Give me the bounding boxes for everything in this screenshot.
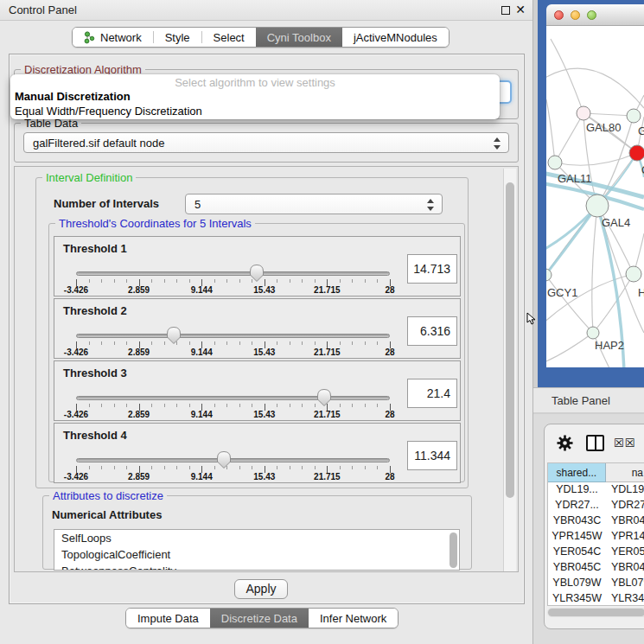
apply-button[interactable]: Apply <box>234 579 288 599</box>
table-row[interactable]: YDR27...YDR27... <box>548 498 644 513</box>
tab-network[interactable]: Network <box>73 28 153 47</box>
tab-select[interactable]: Select <box>202 28 256 47</box>
threshold-slider-track[interactable] <box>76 334 390 338</box>
tab-impute-data[interactable]: Impute Data <box>126 609 210 628</box>
gear-icon[interactable] <box>557 435 573 451</box>
cell-name[interactable]: YPR145W <box>606 529 644 545</box>
numerical-attributes-list[interactable]: SelfLoopsTopologicalCoefficientBetweenne… <box>54 529 460 571</box>
threshold-value-field[interactable]: 11.344 <box>407 441 457 470</box>
tab-jactivemnodules[interactable]: jActiveMNodules <box>342 28 449 47</box>
slider-scale-labels: -3.4262.8599.14415.4321.71528 <box>76 285 390 295</box>
network-edge[interactable] <box>546 275 593 333</box>
cell-shared-name[interactable]: YDL19... <box>548 482 606 498</box>
table-row[interactable]: YPR145WYPR145W <box>548 529 644 545</box>
network-view-window[interactable]: GAL80GCGAL11GAL4GCY1HHAP2 <box>538 0 644 387</box>
cell-shared-name[interactable]: YBR043C <box>548 513 606 529</box>
threshold-slider-track[interactable] <box>76 396 390 400</box>
select-columns-icons[interactable]: ☒☒ <box>614 437 635 450</box>
cell-shared-name[interactable]: YBR045C <box>548 560 606 576</box>
settings-scrollbar-thumb[interactable] <box>506 182 514 498</box>
mac-zoom-icon[interactable] <box>587 10 596 20</box>
cell-name[interactable]: YDR27... <box>606 498 644 513</box>
network-node-gal4[interactable] <box>586 194 609 217</box>
dropdown-placeholder-item[interactable]: Select algorithm to view settings <box>10 76 500 89</box>
table-row[interactable]: YBR043CYBR043C <box>548 513 644 529</box>
network-edge[interactable] <box>583 113 634 116</box>
split-columns-icon[interactable] <box>586 435 604 451</box>
cell-shared-name[interactable]: YPR145W <box>548 529 606 545</box>
network-edge[interactable] <box>546 68 644 108</box>
tab-infer-network[interactable]: Infer Network <box>309 609 398 628</box>
network-node-hap2[interactable] <box>587 327 599 339</box>
threshold-slider-track[interactable] <box>76 271 390 276</box>
cell-name[interactable]: YBL079W <box>606 576 644 591</box>
network-canvas[interactable]: GAL80GCGAL11GAL4GCY1HHAP2 <box>546 26 644 367</box>
tab-cyni-toolbox[interactable]: Cyni Toolbox <box>256 28 342 47</box>
table-data-combobox[interactable]: galFiltered.sif default node <box>23 132 509 153</box>
threshold-slider-thumb[interactable] <box>249 264 265 283</box>
table-hscrollbar-track[interactable] <box>547 608 644 617</box>
threshold-slider-thumb[interactable] <box>166 326 182 345</box>
threshold-value-field[interactable]: 14.713 <box>407 254 457 284</box>
column-header-shared-name[interactable]: shared... <box>548 463 606 482</box>
close-icon[interactable]: ✕ <box>515 3 526 16</box>
cell-shared-name[interactable]: YBL079W <box>548 576 606 591</box>
network-node-label: GAL4 <box>602 216 630 229</box>
dropdown-option-equal-width-frequency[interactable]: Equal Width/Frequency Discretization <box>15 105 202 118</box>
attribute-list-item[interactable]: BetweennessCentrality <box>54 563 459 571</box>
table-row[interactable]: YDL19...YDL19... <box>548 482 644 498</box>
tab-label: Select <box>214 31 245 44</box>
attribute-list-item[interactable]: TopologicalCoefficient <box>54 546 459 563</box>
network-edge[interactable] <box>551 39 583 113</box>
cell-name[interactable]: YDL19... <box>606 482 644 498</box>
cell-name[interactable]: YLR345W <box>606 591 644 606</box>
network-edge[interactable] <box>593 274 634 333</box>
cell-name[interactable]: YBR045C <box>606 560 644 576</box>
network-edge[interactable] <box>592 206 597 333</box>
dropdown-option-manual-discretization[interactable]: Manual Discretization <box>15 90 131 103</box>
cell-shared-name[interactable]: YDR27... <box>548 498 606 513</box>
combo-stepper-icon <box>427 199 435 211</box>
threshold-value-field[interactable]: 6.316 <box>407 316 457 346</box>
threshold-slider-thumb[interactable] <box>216 450 232 469</box>
settings-scrollbar-track[interactable] <box>503 169 516 571</box>
node-table[interactable]: shared... na YDL19...YDL19...YDR27...YDR… <box>547 462 644 606</box>
network-edge[interactable] <box>555 153 637 165</box>
table-row[interactable]: YER054CYER054C <box>548 545 644 560</box>
threshold-slider-thumb[interactable] <box>316 388 332 407</box>
network-edge[interactable] <box>555 113 583 163</box>
tab-label: Discretize Data <box>221 612 297 625</box>
attributes-list-scrollbar[interactable] <box>450 532 457 568</box>
cell-shared-name[interactable]: YER054C <box>548 545 606 560</box>
network-node-label: GCY1 <box>547 286 577 299</box>
network-window-titlebar[interactable] <box>546 4 644 26</box>
network-node-g[interactable] <box>627 109 641 123</box>
tab-discretize-data[interactable]: Discretize Data <box>210 609 309 628</box>
table-row[interactable]: YLR345WYLR345W <box>548 591 644 606</box>
network-edge[interactable] <box>546 333 593 363</box>
table-header-row: shared... na <box>548 463 644 482</box>
network-edge-highlighted[interactable] <box>546 206 597 275</box>
network-node-gal80[interactable] <box>577 106 590 120</box>
table-hscrollbar-thumb[interactable] <box>548 609 644 616</box>
network-node-h[interactable] <box>626 266 641 282</box>
threshold-slider-track[interactable] <box>76 458 390 462</box>
network-node-gal11[interactable] <box>548 156 562 169</box>
table-data-group: Table Data galFiltered.sif default node <box>14 123 519 163</box>
mac-minimize-icon[interactable] <box>571 10 580 20</box>
network-edge[interactable] <box>546 99 555 163</box>
number-of-intervals-combobox[interactable]: 5 <box>185 194 443 214</box>
network-node-c[interactable] <box>629 145 644 161</box>
tab-style[interactable]: Style <box>154 28 201 47</box>
column-header-name[interactable]: na <box>606 463 644 482</box>
network-node-gcy1[interactable] <box>546 269 552 281</box>
cell-name[interactable]: YBR043C <box>606 513 644 529</box>
table-row[interactable]: YBL079WYBL079W <box>548 576 644 591</box>
table-row[interactable]: YBR045CYBR045C <box>548 560 644 576</box>
float-window-icon[interactable] <box>501 6 510 15</box>
attribute-list-item[interactable]: SelfLoops <box>54 530 459 546</box>
mac-close-icon[interactable] <box>554 10 564 20</box>
threshold-value-field[interactable]: 21.4 <box>407 379 457 408</box>
cell-shared-name[interactable]: YLR345W <box>548 591 606 606</box>
cell-name[interactable]: YER054C <box>606 545 644 560</box>
